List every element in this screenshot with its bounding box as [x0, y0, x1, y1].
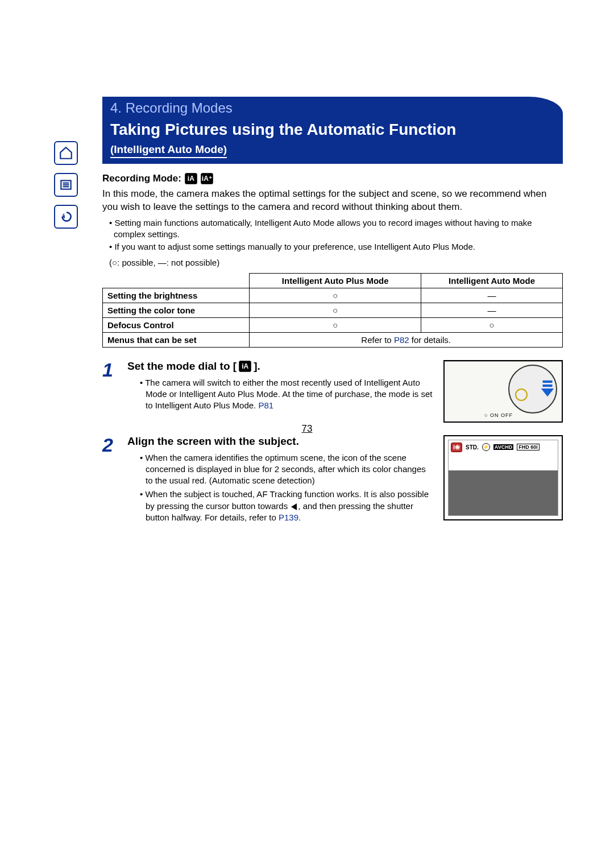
note-item: Setting main functions automatically, In…: [109, 217, 563, 241]
table-cell: ○: [250, 317, 421, 332]
table-cell: ―: [421, 303, 563, 317]
step-bullet: The camera will switch to either the mos…: [140, 377, 433, 412]
step-1: 1 Set the mode dial to [ iA ]. The camer…: [102, 360, 563, 423]
step-bullet: When the subject is touched, AF Tracking…: [140, 489, 433, 523]
table-cell: ○: [421, 317, 563, 332]
table-cell: ○: [250, 288, 421, 303]
step-number: 1: [102, 360, 117, 423]
step-bullet: When the camera identifies the optimum s…: [140, 452, 433, 487]
recording-mode-label: Recording Mode:: [102, 173, 181, 184]
step-number: 2: [102, 435, 117, 526]
step-2: 2 Align the screen with the subject. Whe…: [102, 435, 563, 526]
ia-plus-mode-icon: iA⁺: [201, 173, 213, 184]
svg-rect-5: [543, 385, 553, 387]
page-link[interactable]: P82: [394, 335, 409, 345]
table-row-label: Defocus Control: [103, 317, 250, 332]
avchd-badge: AVCHD: [493, 444, 513, 450]
home-icon[interactable]: [54, 141, 78, 165]
ia-mode-icon: iA: [239, 361, 251, 372]
svg-marker-6: [541, 388, 554, 396]
intro-text: In this mode, the camera makes the optim…: [102, 188, 563, 214]
chapter-number: 4.: [110, 100, 122, 115]
page-link[interactable]: P139: [279, 512, 298, 522]
page-content: Recording Mode: iA iA⁺ In this mode, the…: [102, 173, 563, 526]
lcd-illustration: i❀ STD. ⚡ AVCHD FHD 60i: [443, 435, 563, 526]
std-badge: STD.: [466, 444, 479, 450]
step-title: Set the mode dial to [ iA ].: [127, 360, 433, 373]
page-number: 73: [0, 423, 614, 435]
table-row-label: Menus that can be set: [103, 332, 250, 347]
note-list: Setting main functions automatically, In…: [102, 217, 563, 253]
fhd-badge: FHD 60i: [517, 444, 540, 450]
table-header-blank: [103, 273, 250, 288]
cursor-left-icon: [291, 503, 297, 510]
back-icon[interactable]: [54, 205, 78, 229]
table-legend: (○: possible, ―: not possible): [102, 258, 563, 267]
table-row-label: Setting the brightness: [103, 288, 250, 303]
chapter-title: Recording Modes: [126, 100, 233, 115]
page-title: Taking Pictures using the Automatic Func…: [102, 118, 563, 143]
flash-icon: ⚡: [482, 443, 490, 451]
svg-rect-4: [543, 381, 553, 383]
page-subtitle: (Intelligent Auto Mode): [110, 143, 227, 158]
scene-icon: i❀: [451, 443, 462, 452]
note-item: If you want to adjust some settings manu…: [109, 241, 563, 253]
table-cell-merged: Refer to P82 for details.: [250, 332, 563, 347]
table-cell: ―: [421, 288, 563, 303]
table-row-label: Setting the color tone: [103, 303, 250, 317]
ia-mode-icon: iA: [185, 173, 197, 184]
table-cell: ○: [250, 303, 421, 317]
sidebar-nav: [54, 141, 78, 229]
chapter-header: 4. Recording Modes Taking Pictures using…: [102, 97, 563, 164]
step-title: Align the screen with the subject.: [127, 435, 433, 448]
table-header: Intelligent Auto Mode: [421, 273, 563, 288]
contents-icon[interactable]: [54, 173, 78, 197]
page-link[interactable]: P81: [258, 400, 273, 410]
continue-arrow-icon: [538, 379, 557, 400]
comparison-table: Intelligent Auto Plus Mode Intelligent A…: [102, 273, 563, 348]
table-header: Intelligent Auto Plus Mode: [250, 273, 421, 288]
